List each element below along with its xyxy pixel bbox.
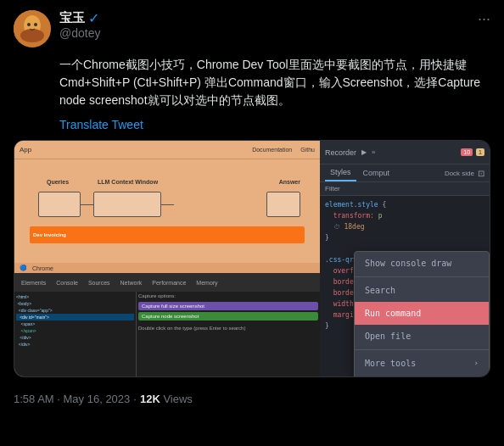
svg-point-3	[27, 23, 31, 26]
app-bar: App Documentation Githu	[14, 141, 320, 159]
avatar[interactable]	[14, 10, 51, 47]
recorder-icon: ▶	[361, 148, 367, 156]
capture-options-label: Capture options:	[138, 293, 318, 298]
dt-topbar: Recorder ▶ » 10 1	[320, 141, 490, 164]
code-line-1: element.style {	[325, 200, 484, 210]
tab-console[interactable]: Console	[53, 278, 81, 287]
chrome-icon: 🔵	[20, 265, 27, 271]
tweet-views-count: 12K	[140, 393, 160, 405]
tab-styles[interactable]: Styles	[325, 164, 356, 181]
arrow1	[81, 204, 93, 205]
dt-status-icons: 10 1	[461, 148, 484, 156]
menu-divider-1	[355, 276, 489, 277]
verified-badge: ✓	[88, 10, 99, 26]
html-tree: <html> <body> <div class="app"> <div id=…	[16, 293, 134, 348]
menu-item-open-file[interactable]: Open file	[355, 325, 489, 348]
styles-tabs-row: Styles Comput Dock side ⊡	[320, 164, 490, 182]
elements-panel: <html> <body> <div class="app"> <div id=…	[14, 292, 137, 376]
answer-label: Answer	[279, 179, 300, 185]
filter-bar: Filter	[320, 182, 490, 196]
devtools-panel: Elements Console Sources Network Perform…	[14, 273, 320, 376]
warn-badge: 1	[476, 148, 484, 156]
chrome-label: Chrome	[32, 265, 53, 271]
svg-point-2	[20, 29, 44, 42]
llm-box	[93, 192, 161, 217]
menu-item-open-file-label: Open file	[365, 330, 411, 343]
dev-invoicing-label: Dev Invoicing	[33, 232, 66, 237]
capture-node-btn[interactable]: Capture node screenshot	[138, 312, 318, 321]
capture-panel: Capture options: Capture full size scree…	[137, 292, 320, 376]
user-info: 宝玉 ✓ @dotey	[59, 10, 469, 40]
dock-side-label: Dock side	[445, 170, 474, 177]
tweet-header: 宝玉 ✓ @dotey ···	[14, 10, 490, 47]
display-name: 宝玉	[59, 10, 85, 26]
canvas-area: Queries LLM Context Window Answer Dev In…	[14, 159, 320, 263]
devtools-sidebar: <html> <body> <div class="app"> <div id=…	[14, 292, 320, 376]
tweet-image: App Documentation Githu Queries LLM Cont…	[14, 140, 490, 377]
styles-code-area: element.style { transform: p ⏱ 18deg } .…	[320, 196, 490, 376]
menu-divider-2	[355, 349, 489, 350]
footer-dot: ·	[133, 393, 137, 405]
arrow2	[161, 204, 174, 205]
capture-full-btn[interactable]: Capture full size screenshot	[138, 302, 318, 310]
tab-memory[interactable]: Memory	[193, 278, 221, 287]
menu-item-search-label: Search	[365, 284, 395, 297]
canvas-diagram: Queries LLM Context Window Answer Dev In…	[30, 175, 305, 247]
tab-elements[interactable]: Elements	[18, 278, 49, 287]
recorder-label: Recorder	[325, 148, 356, 157]
code-line-2: transform: p	[325, 211, 484, 221]
tweet-footer: 1:58 AM · May 16, 2023 · 12K Views	[14, 386, 490, 412]
screenshot-left: App Documentation Githu Queries LLM Cont…	[14, 141, 320, 376]
username: @dotey	[59, 26, 469, 40]
menu-item-search[interactable]: Search	[355, 279, 489, 302]
more-tools-arrow: ›	[474, 358, 479, 370]
capture-note: Double click on the type (press Enter to…	[138, 326, 318, 331]
menu-item-show-console-label: Show console draw	[365, 257, 451, 270]
tab-performance[interactable]: Performance	[148, 278, 189, 287]
tab-computed[interactable]: Comput	[358, 165, 395, 181]
devtools-tabs-bar: Elements Console Sources Network Perform…	[14, 273, 320, 292]
code-line-3: ⏱ 18deg	[325, 222, 484, 232]
tab-sources[interactable]: Sources	[85, 278, 114, 287]
menu-item-more-tools-label: More tools	[365, 357, 416, 370]
screenshot-right: Recorder ▶ » 10 1 Styles Comput Dock sid…	[320, 141, 490, 376]
context-menu: Show console draw Search Run command Ope…	[354, 251, 490, 376]
app-title: App	[20, 146, 31, 153]
tweet-card: 宝玉 ✓ @dotey ··· 一个Chrome截图小技巧，Chrome Dev…	[0, 0, 504, 412]
chrome-area: 🔵 Chrome	[14, 263, 320, 273]
dock-side-icon[interactable]: ⊡	[478, 169, 484, 178]
tweet-text: 一个Chrome截图小技巧，Chrome Dev Tool里面选中要截图的节点，…	[14, 56, 490, 109]
answer-box	[266, 192, 300, 217]
dev-invoicing-bar: Dev Invoicing	[30, 226, 305, 243]
code-line-4: }	[325, 233, 484, 243]
translate-link[interactable]: Translate Tweet	[14, 118, 490, 131]
menu-item-run-command-label: Run command	[365, 307, 421, 320]
avatar-image	[14, 10, 51, 47]
menu-item-more-tools[interactable]: More tools ›	[355, 352, 489, 375]
more-options-icon[interactable]: ···	[478, 10, 490, 28]
more-tabs-icon: »	[372, 148, 375, 156]
app-bar-tabs: Documentation Githu	[252, 147, 315, 153]
menu-item-run-command[interactable]: Run command	[355, 302, 489, 325]
tab-network[interactable]: Network	[117, 278, 146, 287]
tweet-views: 12K Views	[140, 393, 193, 405]
llm-label: LLM Context Window	[98, 179, 158, 185]
svg-point-4	[34, 23, 37, 26]
menu-item-show-console[interactable]: Show console draw	[355, 252, 489, 275]
dock-side-area: Dock side ⊡	[445, 169, 484, 178]
error-badge: 10	[461, 148, 473, 156]
tweet-time: 1:58 AM · May 16, 2023	[14, 393, 130, 405]
display-name-row: 宝玉 ✓	[59, 10, 469, 26]
queries-box	[38, 192, 81, 217]
filter-label: Filter	[325, 185, 340, 192]
queries-label: Queries	[47, 179, 69, 185]
